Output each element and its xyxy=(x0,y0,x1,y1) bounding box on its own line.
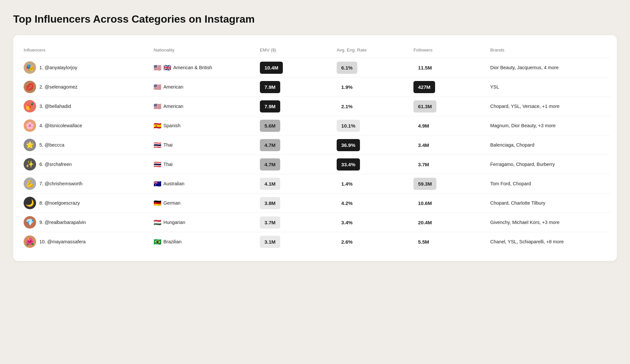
flag-icon: 🇬🇧 xyxy=(163,64,171,71)
table-row: 🌙8. @noelgoescrazy🇩🇪German3.8M4.2%10.6MC… xyxy=(20,193,610,213)
avatar: 💎 xyxy=(24,216,36,229)
brands-text: Balenciaga, Chopard xyxy=(486,135,610,155)
brands-text: YSL xyxy=(486,77,610,97)
col-header-followers: Followers xyxy=(410,45,486,58)
followers-value: 10.6M xyxy=(413,197,436,209)
col-header-emv: EMV ($) xyxy=(256,45,333,58)
brands-text: Givenchy, Michael Kors, +3 more xyxy=(486,213,610,232)
table-row: 💪7. @chrishemsworth🇦🇺Australian4.1M1.4%5… xyxy=(20,174,610,193)
emv-value: 7.9M xyxy=(260,81,280,93)
flag-icon: 🇭🇺 xyxy=(154,219,161,226)
avatar: 💋 xyxy=(24,81,36,93)
brands-text: Chanel, YSL, Schiaparelli, +8 more xyxy=(486,232,610,252)
eng-rate-value: 3.4% xyxy=(337,216,357,229)
table-row: ✨6. @srchafreen🇹🇭Thai4.7M33.4%3.7MFerrag… xyxy=(20,155,610,174)
nationality-text: Spanish xyxy=(163,123,180,128)
flag-icon: 🇩🇪 xyxy=(154,199,161,207)
avatar: 🌙 xyxy=(24,197,36,209)
flag-icon: 🇺🇸 xyxy=(154,83,161,91)
table-row: 💋2. @selenagomez🇺🇸American7.9M1.9%427MYS… xyxy=(20,77,610,97)
emv-value: 3.8M xyxy=(260,197,280,209)
emv-value: 4.7M xyxy=(260,158,280,171)
table-row: 💅3. @bellahadid🇺🇸American7.9M2.1%61.3MCh… xyxy=(20,97,610,116)
influencer-handle: 10. @mayamassafera xyxy=(39,239,86,244)
nationality-text: American xyxy=(163,104,183,109)
avatar: 🌺 xyxy=(24,235,36,248)
flag-icon: 🇹🇭 xyxy=(154,161,161,168)
influencer-handle: 3. @bellahadid xyxy=(39,104,71,109)
nationality-text: American xyxy=(163,84,183,90)
avatar: 🎭 xyxy=(24,61,36,74)
eng-rate-value: 1.9% xyxy=(337,81,357,93)
brands-text: Ferragamo, Chopard, Burberry xyxy=(486,155,610,174)
emv-value: 4.7M xyxy=(260,139,280,151)
emv-value: 10.4M xyxy=(260,62,283,74)
influencer-handle: 9. @realbarbarapalvin xyxy=(39,220,86,225)
col-header-brands: Brands xyxy=(486,45,610,58)
influencer-handle: 4. @itsnicolewallace xyxy=(39,123,82,128)
nationality-text: German xyxy=(163,200,180,206)
eng-rate-value: 2.6% xyxy=(337,236,357,248)
emv-value: 5.6M xyxy=(260,120,280,132)
influencer-handle: 6. @srchafreen xyxy=(39,162,72,167)
brands-text: Magnum, Dior Beauty, +3 more xyxy=(486,116,610,135)
nationality-text: Thai xyxy=(163,142,173,148)
followers-value: 427M xyxy=(413,81,435,93)
followers-value: 5.5M xyxy=(413,236,434,248)
flag-icon: 🇧🇷 xyxy=(154,238,161,246)
col-header-nationality: Nationality xyxy=(150,45,256,58)
table-row: 💎9. @realbarbarapalvin🇭🇺Hungarian3.7M3.4… xyxy=(20,213,610,232)
nationality-text: Hungarian xyxy=(163,220,185,225)
flag-icon: 🇦🇺 xyxy=(154,180,161,188)
eng-rate-value: 6.1% xyxy=(337,62,357,74)
eng-rate-value: 10.1% xyxy=(337,120,360,132)
followers-value: 3.7M xyxy=(413,158,434,171)
avatar: 🌸 xyxy=(24,119,36,132)
brands-text: Dior Beauty, Jacquemus, 4 more xyxy=(486,58,610,77)
flag-icon: 🇹🇭 xyxy=(154,141,161,149)
influencers-table-card: Influencers Nationality EMV ($) Avg. Eng… xyxy=(13,35,617,261)
eng-rate-value: 1.4% xyxy=(337,178,357,190)
brands-text: Tom Ford, Chopard xyxy=(486,174,610,193)
page-title: Top Influencers Across Categories on Ins… xyxy=(13,13,617,25)
influencers-table: Influencers Nationality EMV ($) Avg. Eng… xyxy=(20,45,610,251)
flag-icon: 🇪🇸 xyxy=(154,122,161,130)
followers-value: 61.3M xyxy=(413,100,436,112)
avatar: ✨ xyxy=(24,158,36,171)
table-row: 🎭1. @anyataylorjoy🇺🇸🇬🇧American & British… xyxy=(20,58,610,77)
eng-rate-value: 36.9% xyxy=(337,139,360,151)
nationality-text: Thai xyxy=(163,162,173,167)
col-header-eng-rate: Avg. Eng. Rate xyxy=(333,45,410,58)
emv-value: 3.1M xyxy=(260,236,280,248)
brands-text: Chopard, Charlotte Tilbury xyxy=(486,193,610,213)
nationality-text: American & British xyxy=(173,65,212,70)
col-header-influencers: Influencers xyxy=(20,45,150,58)
influencer-handle: 1. @anyataylorjoy xyxy=(39,65,77,70)
flag-icon: 🇺🇸 xyxy=(154,103,161,110)
eng-rate-value: 4.2% xyxy=(337,197,357,209)
emv-value: 3.7M xyxy=(260,216,280,229)
avatar: 🌟 xyxy=(24,139,36,151)
influencer-handle: 2. @selenagomez xyxy=(39,84,77,90)
influencer-handle: 8. @noelgoescrazy xyxy=(39,200,80,206)
followers-value: 4.9M xyxy=(413,120,434,132)
followers-value: 11.5M xyxy=(413,62,436,74)
followers-value: 20.4M xyxy=(413,216,436,229)
table-row: 🌺10. @mayamassafera🇧🇷Brazilian3.1M2.6%5.… xyxy=(20,232,610,252)
table-row: 🌟5. @beccca🇹🇭Thai4.7M36.9%3.4MBalenciaga… xyxy=(20,135,610,155)
nationality-text: Brazilian xyxy=(163,239,181,244)
table-row: 🌸4. @itsnicolewallace🇪🇸Spanish5.6M10.1%4… xyxy=(20,116,610,135)
emv-value: 7.9M xyxy=(260,100,280,112)
followers-value: 59.3M xyxy=(413,178,436,190)
nationality-text: Australian xyxy=(163,181,184,186)
followers-value: 3.4M xyxy=(413,139,434,151)
avatar: 💅 xyxy=(24,100,36,112)
eng-rate-value: 2.1% xyxy=(337,100,357,112)
flag-icon: 🇺🇸 xyxy=(154,64,161,71)
influencer-handle: 7. @chrishemsworth xyxy=(39,181,82,186)
eng-rate-value: 33.4% xyxy=(337,158,360,171)
avatar: 💪 xyxy=(24,177,36,190)
emv-value: 4.1M xyxy=(260,178,280,190)
brands-text: Chopard, YSL, Versace, +1 more xyxy=(486,97,610,116)
influencer-handle: 5. @beccca xyxy=(39,142,64,148)
